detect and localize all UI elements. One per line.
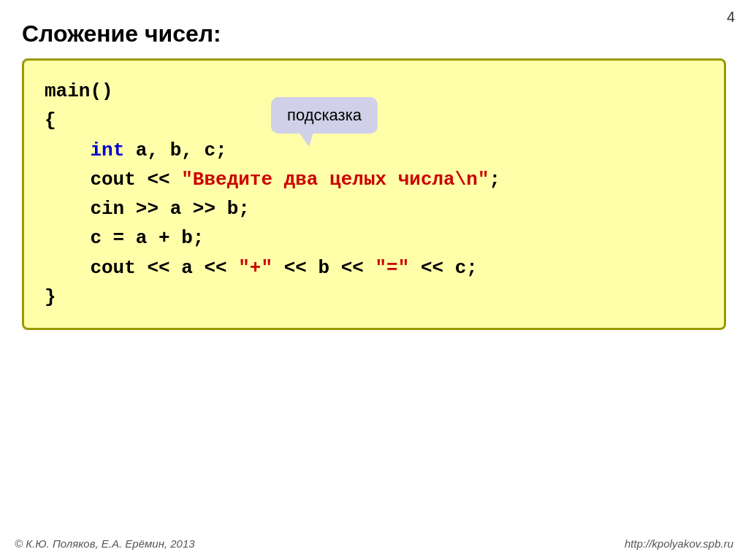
string-plus: "+" xyxy=(238,257,272,279)
keyword-int: int xyxy=(90,139,124,161)
footer-right: http://kpolyakov.spb.ru xyxy=(625,537,733,550)
code-line-cin: cin >> a >> b; xyxy=(45,194,703,223)
code-content: подсказка main() { int a, b, c; cout << … xyxy=(45,77,703,312)
code-line-close-brace: } xyxy=(45,283,703,312)
code-box: подсказка main() { int a, b, c; cout << … xyxy=(22,58,726,330)
string-equals: "=" xyxy=(375,257,410,279)
footer-left: © К.Ю. Поляков, Е.А. Ерёмин, 2013 xyxy=(15,537,195,550)
code-line-cout1: cout << "Введите два целых числа\n"; xyxy=(45,165,703,194)
tooltip-bubble: подсказка xyxy=(271,97,378,134)
footer: © К.Ю. Поляков, Е.А. Ерёмин, 2013 http:/… xyxy=(0,537,748,550)
code-line-assign: c = a + b; xyxy=(45,223,703,253)
code-line-cout2: cout << a << "+" << b << "=" << c; xyxy=(45,253,703,283)
string-intro: "Введите два целых числа\n" xyxy=(181,169,489,191)
slide-title: Сложение чисел: xyxy=(22,20,221,47)
page-number: 4 xyxy=(727,9,735,26)
code-line-int: int a, b, c; xyxy=(45,136,703,165)
